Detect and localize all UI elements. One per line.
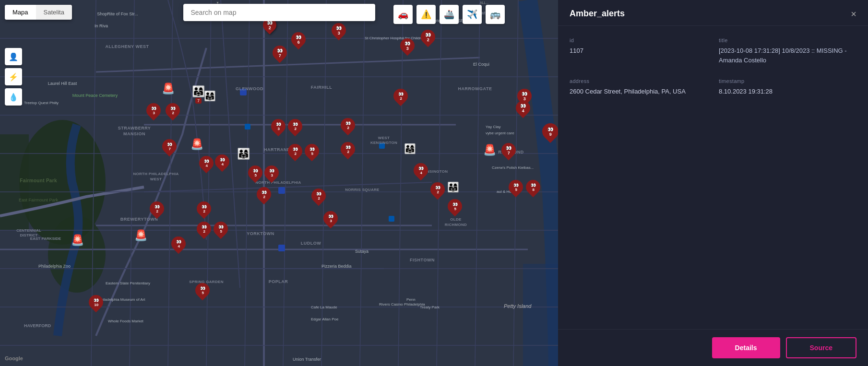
map-marker[interactable]: 👀5 — [305, 144, 319, 158]
map-marker[interactable]: 👀4 — [414, 163, 428, 177]
map-marker[interactable]: 👀2 — [341, 118, 355, 132]
filter-plane[interactable]: ✈️ — [463, 5, 482, 24]
field-title: title [2023-10-08 17:31:28] 10/8/2023 ::… — [719, 37, 856, 65]
map-marker-alert[interactable]: 🚨 — [71, 234, 84, 247]
map-marker[interactable]: 👀2 — [257, 187, 271, 201]
details-button[interactable]: Details — [712, 337, 780, 358]
svg-text:GLENWOOD: GLENWOOD — [236, 86, 263, 91]
filter-car[interactable]: 🚗 — [393, 5, 413, 24]
map-marker[interactable]: 👀 7 — [273, 46, 287, 60]
svg-text:CENTENNIAL: CENTENNIAL — [16, 228, 41, 233]
svg-text:Rivers Casino Philadelphia: Rivers Casino Philadelphia — [379, 302, 425, 307]
map-marker[interactable]: 👀3 — [323, 211, 338, 225]
svg-text:FISHTOWN: FISHTOWN — [410, 258, 435, 262]
field-timestamp: timestamp 8.10.2023 19:31:28 — [719, 78, 856, 96]
map-marker-alert[interactable]: 🚨 — [134, 229, 147, 242]
svg-text:NORRIS SQUARE: NORRIS SQUARE — [345, 188, 380, 192]
map-marker[interactable]: 👀3 — [146, 103, 161, 118]
map-marker[interactable]: 👀 2 — [421, 30, 435, 44]
svg-text:Union Transfer: Union Transfer — [293, 357, 321, 362]
map-type-mapa[interactable]: Mapa — [5, 5, 36, 20]
svg-rect-29 — [245, 124, 250, 130]
panel-content: id 1107 title [2023-10-08 17:31:28] 10/8… — [558, 26, 868, 329]
map-marker[interactable]: 👀 4 — [516, 101, 530, 115]
map-container[interactable]: ALLEGHENY WEST STRAWBERRY MANSION NORTH … — [0, 0, 558, 366]
svg-text:Sutaya: Sutaya — [355, 249, 369, 254]
filter-bus[interactable]: 🚌 — [486, 5, 505, 24]
map-marker[interactable]: 👀7 — [162, 139, 177, 153]
svg-text:Pizzeria Beddia: Pizzeria Beddia — [321, 264, 352, 269]
map-marker-alert[interactable]: 🚨 — [483, 144, 496, 156]
svg-text:FAIRHILL: FAIRHILL — [311, 85, 333, 90]
title-label: title — [719, 37, 856, 43]
map-marker[interactable]: 👀2 — [311, 189, 326, 203]
svg-text:HAVERFORD: HAVERFORD — [24, 323, 51, 328]
svg-text:NORTH PHILADELPHIA: NORTH PHILADELPHIA — [255, 180, 301, 185]
map-marker-group[interactable]: 👨‍👩‍👧 — [447, 181, 459, 193]
map-marker[interactable]: 👀5 — [248, 165, 262, 180]
filter-warning[interactable]: ⚠️ — [416, 5, 436, 24]
svg-text:St Christopher Hospital for Ch: St Christopher Hospital for Childre... — [365, 36, 426, 40]
map-marker[interactable]: 👀2 — [288, 144, 302, 158]
panel-title: Amber_alerts — [570, 9, 625, 19]
map-marker[interactable]: 👀2 — [430, 182, 445, 197]
map-marker-group[interactable]: 👨‍👩‍👧 — [204, 90, 216, 102]
id-value: 1107 — [570, 46, 707, 56]
map-marker[interactable]: 👀2 — [197, 201, 211, 216]
map-type-toggle[interactable]: Mapa Satelita — [5, 5, 72, 20]
map-marker-group[interactable]: 👨‍👩‍👧 7 — [192, 85, 205, 104]
svg-text:Treaty Park: Treaty Park — [420, 305, 440, 309]
map-marker-alert[interactable]: 🚨 — [190, 138, 203, 151]
map-marker[interactable]: 👀4 — [215, 154, 229, 169]
map-marker[interactable]: 👀 3 — [400, 38, 415, 53]
google-logo: Google — [5, 355, 23, 361]
map-marker[interactable]: 👀2 — [341, 142, 355, 156]
map-marker[interactable]: 👀3 — [271, 119, 285, 133]
svg-text:Treetop Quest Philly: Treetop Quest Philly — [24, 101, 59, 105]
filter-ship[interactable]: 🚢 — [440, 5, 459, 24]
svg-text:Philadelphia Zoo: Philadelphia Zoo — [38, 264, 71, 269]
search-input[interactable] — [183, 4, 375, 21]
map-marker[interactable]: 👀2 — [150, 201, 164, 216]
map-marker[interactable]: 👀2 — [393, 89, 408, 103]
map-marker[interactable]: 👀 9 — [542, 123, 558, 140]
svg-text:STRAWBERRY: STRAWBERRY — [118, 126, 151, 130]
svg-text:In Riva: In Riva — [95, 24, 108, 28]
map-marker-alert[interactable]: 🚨 — [162, 83, 175, 95]
map-marker-group[interactable]: 👨‍👩‍👧 — [237, 148, 250, 160]
map-marker[interactable]: 👀2 — [166, 103, 180, 118]
svg-text:vybe urgent care: vybe urgent care — [486, 131, 514, 135]
source-button[interactable]: Source — [786, 337, 856, 358]
svg-text:East Fairmount Park: East Fairmount Park — [19, 198, 59, 202]
toolbar-drop[interactable]: 💧 — [5, 88, 22, 106]
map-marker[interactable]: 👀5 — [448, 199, 462, 213]
map-marker[interactable]: 👀3 — [264, 165, 279, 180]
map-marker[interactable]: 👀2 — [288, 119, 302, 133]
map-marker[interactable]: 👀 7 — [501, 143, 516, 157]
map-marker[interactable]: 👀5 — [214, 222, 228, 236]
svg-text:WEST: WEST — [150, 177, 162, 181]
map-marker[interactable]: 👀4 — [199, 156, 214, 170]
address-value: 2600 Cedar Street, Philadelphia, PA, USA — [570, 87, 707, 96]
map-marker[interactable]: 👀2 — [197, 222, 211, 236]
toolbar-lightning[interactable]: ⚡ — [5, 68, 22, 85]
map-marker-group[interactable]: 👨‍👩‍👧 — [404, 143, 416, 154]
svg-text:ALL...: ALL... — [480, 1, 488, 4]
svg-rect-26 — [278, 187, 285, 194]
panel-close-button[interactable]: × — [851, 9, 856, 19]
map-marker[interactable]: 👀5 — [509, 180, 523, 194]
svg-text:Fairmount Park: Fairmount Park — [20, 178, 57, 183]
map-marker[interactable]: 👀8 — [526, 180, 540, 194]
svg-text:Penn: Penn — [406, 297, 416, 302]
map-marker[interactable]: 👀 6 — [291, 32, 306, 47]
map-marker[interactable]: 👀 3 — [332, 23, 346, 37]
map-marker[interactable]: 👀10 — [89, 295, 103, 309]
svg-text:Czerw's Polish Kielbas...: Czerw's Polish Kielbas... — [492, 165, 534, 170]
left-toolbar: 👤 ⚡ 💧 — [5, 48, 22, 106]
timestamp-value: 8.10.2023 19:31:28 — [719, 87, 856, 96]
svg-text:LUDLOW: LUDLOW — [301, 241, 321, 246]
map-marker[interactable]: 👀5 — [195, 283, 210, 297]
map-type-satelita[interactable]: Satelita — [36, 5, 72, 20]
map-marker[interactable]: 👀4 — [171, 236, 186, 251]
toolbar-person[interactable]: 👤 — [5, 48, 22, 65]
